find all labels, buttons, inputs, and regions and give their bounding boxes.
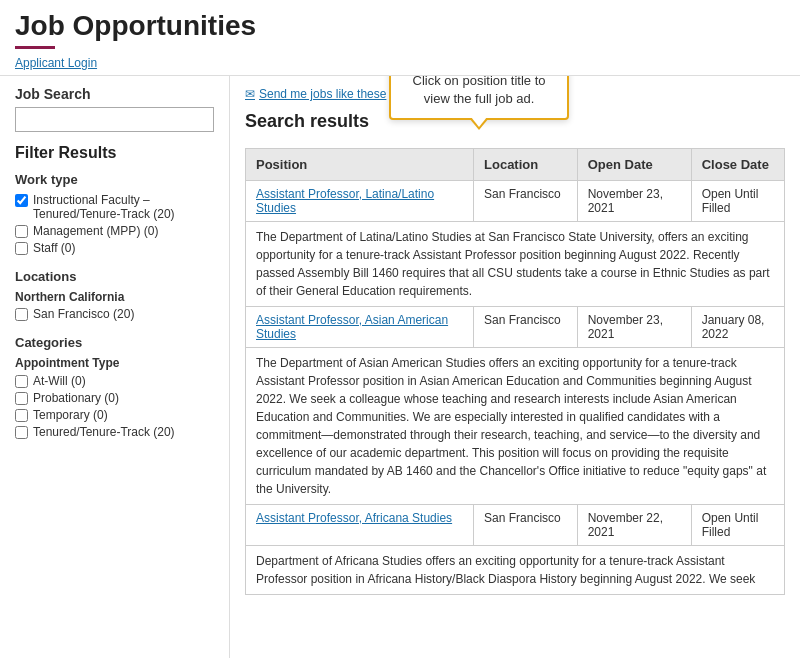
- filter-results-title: Filter Results: [15, 144, 214, 162]
- description-cell: The Department of Asian American Studies…: [246, 348, 785, 505]
- col-open-date: Open Date: [577, 149, 691, 181]
- tooltip-text: Click on position title to view the full…: [413, 76, 546, 106]
- search-results-title: Search results: [245, 111, 369, 132]
- tooltip-arrow-inner: [471, 117, 487, 127]
- work-type-label-1: Management (MPP) (0): [33, 224, 158, 238]
- tooltip-box: Click on position title to view the full…: [389, 76, 569, 120]
- applicant-login-link[interactable]: Applicant Login: [15, 56, 97, 70]
- open-date-cell: November 23, 2021: [577, 307, 691, 348]
- close-date-cell: Open Until Filled: [691, 505, 784, 546]
- work-type-checkbox-2[interactable]: [15, 242, 28, 255]
- sidebar: Job Search Filter Results Work type Inst…: [0, 76, 230, 658]
- location-cell: San Francisco: [474, 307, 578, 348]
- list-item: Management (MPP) (0): [15, 224, 214, 238]
- position-cell: Assistant Professor, Asian American Stud…: [246, 307, 474, 348]
- northern-california-label: Northern California: [15, 290, 214, 304]
- location-cell: San Francisco: [474, 505, 578, 546]
- list-item: Probationary (0): [15, 391, 214, 405]
- description-row: The Department of Asian American Studies…: [246, 348, 785, 505]
- description-row: Department of Africana Studies offers an…: [246, 546, 785, 595]
- col-close-date: Close Date: [691, 149, 784, 181]
- list-item: San Francisco (20): [15, 307, 214, 321]
- list-item: Tenured/Tenure-Track (20): [15, 425, 214, 439]
- email-icon: ✉: [245, 87, 255, 101]
- table-row: Assistant Professor, Asian American Stud…: [246, 307, 785, 348]
- position-link[interactable]: Assistant Professor, Asian American Stud…: [256, 313, 448, 341]
- appt-type-checkbox-3[interactable]: [15, 426, 28, 439]
- results-table: Position Location Open Date Close Date A…: [245, 148, 785, 595]
- table-row: Assistant Professor, Latina/Latino Studi…: [246, 181, 785, 222]
- description-row: The Department of Latina/Latino Studies …: [246, 222, 785, 307]
- locations-section: Locations Northern California San Franci…: [15, 269, 214, 321]
- open-date-cell: November 23, 2021: [577, 181, 691, 222]
- open-date-cell: November 22, 2021: [577, 505, 691, 546]
- close-date-cell: January 08, 2022: [691, 307, 784, 348]
- table-row: Assistant Professor, Africana Studies Sa…: [246, 505, 785, 546]
- appt-type-label-2: Temporary (0): [33, 408, 108, 422]
- appt-type-checkbox-1[interactable]: [15, 392, 28, 405]
- main-content: ✉ Send me jobs like these Search results…: [230, 76, 800, 658]
- col-position: Position: [246, 149, 474, 181]
- col-location: Location: [474, 149, 578, 181]
- location-cell: San Francisco: [474, 181, 578, 222]
- send-jobs-link[interactable]: ✉ Send me jobs like these: [245, 87, 386, 101]
- list-item: At-Will (0): [15, 374, 214, 388]
- appt-type-label-1: Probationary (0): [33, 391, 119, 405]
- location-label-0: San Francisco (20): [33, 307, 134, 321]
- work-type-label-2: Staff (0): [33, 241, 75, 255]
- description-cell: The Department of Latina/Latino Studies …: [246, 222, 785, 307]
- work-type-label-0: Instructional Faculty – Tenured/Tenure-T…: [33, 193, 214, 221]
- appointment-type-title: Appointment Type: [15, 356, 214, 370]
- page-title: Job Opportunities: [15, 10, 785, 42]
- work-type-section: Work type Instructional Faculty – Tenure…: [15, 172, 214, 255]
- locations-title: Locations: [15, 269, 214, 284]
- send-jobs-label: Send me jobs like these: [259, 87, 386, 101]
- work-type-checkbox-1[interactable]: [15, 225, 28, 238]
- work-type-title: Work type: [15, 172, 214, 187]
- search-input[interactable]: [15, 107, 214, 132]
- location-checkbox-0[interactable]: [15, 308, 28, 321]
- position-link[interactable]: Assistant Professor, Africana Studies: [256, 511, 452, 525]
- position-cell: Assistant Professor, Latina/Latino Studi…: [246, 181, 474, 222]
- position-link[interactable]: Assistant Professor, Latina/Latino Studi…: [256, 187, 434, 215]
- categories-section: Categories Appointment Type At-Will (0) …: [15, 335, 214, 439]
- work-type-checkbox-0[interactable]: [15, 194, 28, 207]
- appt-type-label-0: At-Will (0): [33, 374, 86, 388]
- title-underline: [15, 46, 55, 49]
- job-search-label: Job Search: [15, 86, 214, 102]
- appt-type-checkbox-0[interactable]: [15, 375, 28, 388]
- appt-type-label-3: Tenured/Tenure-Track (20): [33, 425, 175, 439]
- list-item: Staff (0): [15, 241, 214, 255]
- categories-title: Categories: [15, 335, 214, 350]
- list-item: Temporary (0): [15, 408, 214, 422]
- list-item: Instructional Faculty – Tenured/Tenure-T…: [15, 193, 214, 221]
- description-cell: Department of Africana Studies offers an…: [246, 546, 785, 595]
- position-cell: Assistant Professor, Africana Studies: [246, 505, 474, 546]
- close-date-cell: Open Until Filled: [691, 181, 784, 222]
- appt-type-checkbox-2[interactable]: [15, 409, 28, 422]
